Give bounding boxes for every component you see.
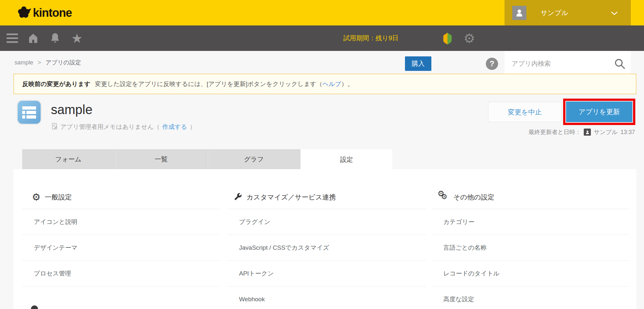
tab-form[interactable]: フォーム (22, 149, 115, 169)
tab-graph[interactable]: グラフ (208, 149, 300, 169)
section-general-settings: ⚙ 一般設定 (32, 191, 72, 204)
app-search (505, 51, 631, 76)
global-toolbar: ★ 試用期間：残り9日 購入 ⚙ ? (0, 25, 644, 51)
list-item-plugin[interactable]: プラグイン (227, 209, 426, 235)
pending-changes-notice: 反映前の変更があります 変更した設定をアプリに反映するには、[アプリを更新]ボタ… (14, 74, 636, 94)
bell-icon[interactable] (46, 25, 64, 51)
tab-list[interactable]: 一覧 (115, 149, 207, 169)
header-bar: kintone サンプル (0, 0, 644, 25)
kintone-logo[interactable]: kintone (17, 5, 72, 21)
menu-icon[interactable] (5, 25, 20, 51)
user-name: サンプル (541, 8, 568, 17)
trial-period-text: 試用期間：残り9日 (343, 25, 399, 51)
section-customization: カスタマイズ／サービス連携 (234, 191, 336, 204)
update-app-button[interactable]: アプリを更新 (566, 101, 632, 122)
chevron-down-icon (611, 11, 618, 17)
last-updated-line: 最終更新者と日時： サンプル 13:37 (529, 128, 635, 136)
beginner-mark-icon[interactable] (440, 25, 455, 51)
search-icon[interactable] (614, 58, 626, 71)
list-item-webhook[interactable]: Webhook (227, 286, 426, 309)
list-item-design-theme[interactable]: デザインテーマ (22, 235, 219, 261)
list-item-advanced[interactable]: 高度な設定 (432, 286, 629, 309)
app-icon (18, 101, 41, 124)
search-input[interactable] (505, 51, 631, 76)
customization-list: プラグイン JavaScript / CSSでカスタマイズ APIトークン We… (227, 209, 426, 309)
last-updated-user: サンプル (594, 128, 618, 136)
star-icon[interactable]: ★ (68, 25, 86, 51)
list-item-process-management[interactable]: プロセス管理 (22, 261, 219, 286)
wrench-icon (234, 192, 242, 202)
list-item-api-token[interactable]: APIトークン (227, 261, 426, 286)
memo-text: アプリ管理者用メモはありません（ (60, 123, 160, 131)
breadcrumb: sample > アプリの設定 (14, 59, 81, 66)
discard-changes-button[interactable]: 変更を中止 (488, 102, 562, 122)
gear-icon: ⚙ (32, 192, 41, 202)
settings-gear-icon[interactable]: ⚙ (460, 25, 479, 51)
home-icon[interactable] (24, 25, 42, 51)
notice-message: 変更した設定をアプリに反映するには、[アプリを更新]ボタンをクリックします（ (95, 80, 322, 88)
help-link[interactable]: ヘルプ (322, 80, 341, 88)
list-item-category[interactable]: カテゴリー (432, 209, 629, 235)
list-item-language-names[interactable]: 言語ごとの名称 (432, 235, 629, 261)
help-icon[interactable]: ? (486, 58, 498, 70)
logo-wordmark: kintone (33, 6, 72, 20)
page-title: sample (51, 102, 92, 117)
last-updated-avatar (584, 129, 591, 136)
breadcrumb-separator: > (38, 59, 41, 66)
notice-message-end: ）。 (341, 80, 353, 88)
other-settings-list: カテゴリー 言語ごとの名称 レコードのタイトル 高度な設定 (432, 209, 629, 309)
kintone-flower-icon (17, 5, 32, 21)
admin-memo-line: アプリ管理者用メモはありません（作成する） (52, 123, 196, 131)
create-memo-link[interactable]: 作成する (162, 123, 187, 131)
general-settings-list: アイコンと説明 デザインテーマ プロセス管理 (22, 209, 219, 286)
user-avatar (512, 6, 526, 20)
buy-button[interactable]: 購入 (405, 56, 431, 71)
breadcrumb-current-page: アプリの設定 (46, 59, 81, 66)
tab-settings[interactable]: 設定 (301, 149, 392, 170)
breadcrumb-app-link[interactable]: sample (14, 59, 33, 66)
last-updated-time: 13:37 (620, 129, 635, 136)
user-menu[interactable]: サンプル (505, 0, 631, 25)
notice-title: 反映前の変更があります (22, 80, 91, 88)
list-item-icon-description[interactable]: アイコンと説明 (22, 209, 219, 235)
memo-text-end: ） (190, 123, 196, 131)
list-item-js-css[interactable]: JavaScript / CSSでカスタマイズ (227, 235, 426, 261)
last-updated-label: 最終更新者と日時： (529, 128, 581, 136)
memo-icon (52, 123, 58, 131)
list-item-record-title[interactable]: レコードのタイトル (432, 261, 629, 286)
section-other-settings: ⚙⚙ その他の設定 (437, 191, 494, 204)
gears-icon: ⚙⚙ (437, 192, 449, 203)
